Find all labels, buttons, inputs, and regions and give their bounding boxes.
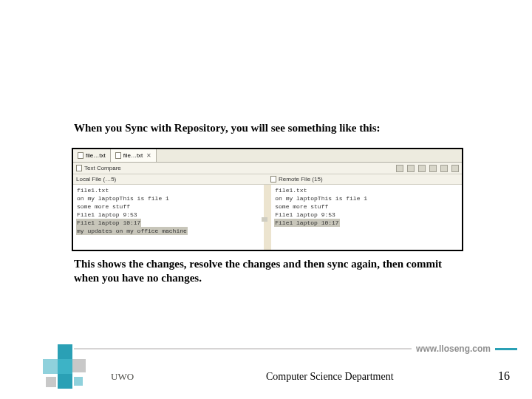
pane-labels: Local File (…5) Remote File (15) — [73, 174, 462, 185]
footer: www.lloseng.com UWO Computer Science Dep… — [0, 344, 532, 399]
slide: When you Sync with Repository, you will … — [0, 0, 532, 399]
right-pane: file1.txt on my laptopThis is file 1 som… — [271, 185, 462, 250]
toolbar-icon[interactable] — [429, 165, 437, 172]
editor-tab[interactable]: file…txt — [73, 149, 111, 162]
editor-tab[interactable]: file…txt ✕ — [111, 149, 157, 162]
diff-gutter — [264, 185, 272, 250]
footer-url: www.lloseng.com — [416, 344, 491, 354]
file-icon — [115, 152, 121, 159]
toolbar-icon[interactable] — [440, 165, 448, 172]
diff-line: File1 laptop 10:17 — [76, 219, 141, 227]
toolbar-icon[interactable] — [407, 165, 415, 172]
left-pane: file1.txt on my laptopThis is file 1 som… — [73, 185, 264, 250]
left-pane-label: Local File (…5) — [73, 174, 267, 184]
close-icon[interactable]: ✕ — [146, 152, 151, 159]
diff-line: File1 laptop 9:53 — [76, 211, 138, 219]
slide-number: 16 — [498, 369, 510, 383]
compare-title: Text Compare — [84, 165, 121, 171]
diff-line: file1.txt — [76, 186, 109, 194]
file-icon — [78, 152, 83, 159]
footer-rule: www.lloseng.com — [0, 344, 532, 354]
diff-line: on my laptopThis is file 1 — [76, 194, 170, 202]
right-pane-label: Remote File (15) — [267, 174, 462, 184]
toolbar-icon[interactable] — [396, 165, 403, 172]
compare-header: Text Compare — [73, 163, 462, 174]
compare-toolbar — [396, 165, 459, 172]
right-label-text: Remote File (15) — [279, 176, 323, 183]
toolbar-icon[interactable] — [418, 165, 426, 172]
footer-dept: Computer Science Department — [266, 371, 394, 383]
compare-panes: file1.txt on my laptopThis is file 1 som… — [73, 185, 462, 250]
diff-line: some more stuff — [76, 202, 131, 211]
tab-label: file…txt — [123, 152, 143, 159]
diff-line: file1.txt — [274, 186, 307, 194]
diff-line: File1 laptop 10:17 — [274, 219, 339, 227]
toolbar-icon[interactable] — [451, 165, 459, 172]
slide-heading: When you Sync with Repository, you will … — [74, 122, 488, 134]
rule-right — [495, 348, 517, 350]
diff-line: some more stuff — [274, 202, 329, 211]
diff-line: File1 laptop 9:53 — [274, 211, 336, 219]
footer-org: UWO — [111, 371, 134, 383]
tab-label: file…txt — [86, 152, 106, 159]
slide-caption: This shows the changes, resolve the chan… — [74, 257, 443, 285]
compare-icon — [76, 165, 82, 171]
left-label-text: Local File (…5) — [76, 176, 116, 183]
file-icon — [270, 176, 276, 183]
editor-tab-row: file…txt file…txt ✕ — [73, 149, 462, 163]
rule-left — [74, 348, 412, 349]
diff-line: my updates on my office machine — [76, 227, 188, 235]
diff-line: on my laptopThis is file 1 — [274, 194, 368, 202]
compare-screenshot: file…txt file…txt ✕ Text Compare — [72, 148, 463, 251]
